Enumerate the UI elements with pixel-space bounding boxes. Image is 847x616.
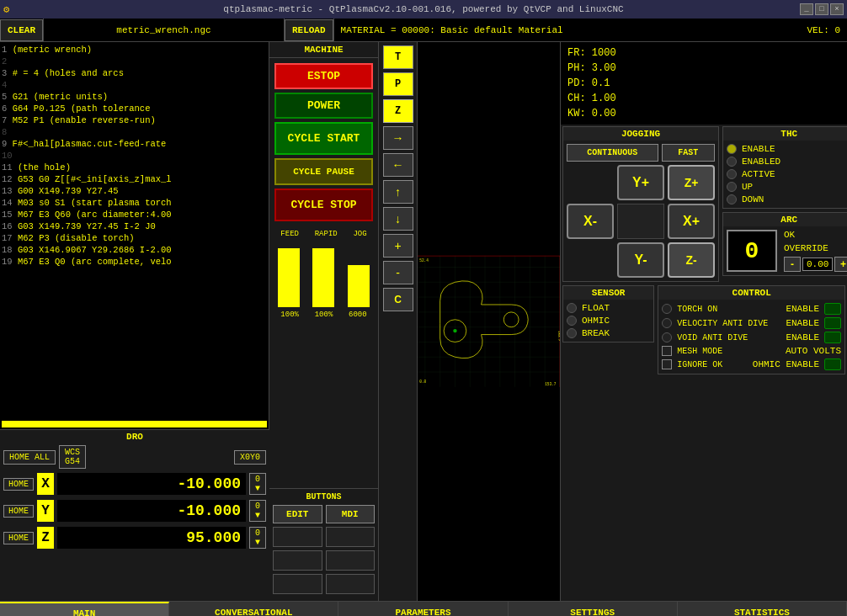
tab-conversational[interactable]: CONVERSATIONAL	[169, 602, 338, 616]
float-led	[567, 303, 577, 313]
rapid-bar	[312, 248, 334, 307]
void-led	[662, 332, 672, 343]
arc-minus-button[interactable]: -	[784, 257, 801, 272]
torch-enable-toggle[interactable]	[824, 303, 841, 315]
jogging-header: JOGGING	[563, 127, 718, 141]
estop-button[interactable]: ESTOP	[274, 63, 373, 89]
continuous-button[interactable]: CONTINUOUS	[567, 144, 658, 162]
z-zero-button[interactable]: 0▼	[249, 527, 266, 549]
t-button[interactable]: T	[383, 45, 413, 69]
home-x-button[interactable]: HOME	[3, 478, 34, 491]
c-button[interactable]: C	[383, 288, 413, 311]
thc-enable-label: ENABLE	[742, 144, 775, 154]
ohmic-led	[567, 316, 577, 326]
mesh-row: MESH MODE AUTO VOLTS	[662, 346, 841, 356]
empty-button-2[interactable]	[326, 527, 376, 547]
left-arrow-button[interactable]: ←	[383, 153, 413, 177]
z-axis-value: 95.000	[57, 527, 246, 549]
feed-labels: FEED RAPID JOG	[273, 230, 375, 238]
code-line: 18 G03 X146.9067 Y29.2686 I-2.00	[2, 244, 267, 256]
thc-down-row: DOWN	[727, 194, 847, 204]
minus-button[interactable]: -	[383, 261, 413, 284]
edit-button[interactable]: EDIT	[273, 505, 322, 523]
empty-button-3[interactable]	[273, 550, 322, 571]
z-plus-button[interactable]: Z+	[668, 165, 715, 200]
cycle-stop-button[interactable]: CYCLE STOP	[274, 189, 373, 221]
thc-arc-col: THC ENABLE ENABLED	[721, 125, 847, 284]
mesh-checkbox[interactable]	[662, 346, 672, 356]
thc-content: ENABLE ENABLED ACTIVE	[723, 141, 847, 208]
wcs-button[interactable]: WCSG54	[59, 445, 86, 469]
arc-ok-row: OK	[784, 230, 847, 240]
thc-up-label: UP	[742, 182, 753, 192]
ohmic-enable-toggle[interactable]	[824, 358, 841, 370]
z-minus-button[interactable]: Z-	[668, 242, 715, 278]
arc-header: ARC	[723, 213, 847, 226]
code-line: 11 (the hole)	[2, 162, 267, 173]
arc-value-display: 0	[727, 230, 777, 272]
code-line: 8	[2, 126, 267, 138]
empty-button-6[interactable]	[326, 574, 376, 594]
void-label: VOID ANTI DIVE	[677, 333, 780, 343]
home-all-button[interactable]: HOME ALL	[3, 450, 56, 465]
home-y-button[interactable]: HOME	[3, 505, 34, 518]
home-z-button[interactable]: HOME	[3, 532, 34, 544]
fast-button[interactable]: FAST	[662, 144, 715, 162]
y-axis-value: -10.000	[57, 500, 246, 522]
x-plus-button[interactable]: X+	[668, 204, 715, 239]
cycle-start-button[interactable]: CYCLE START	[274, 122, 373, 155]
void-enable-toggle[interactable]	[824, 332, 841, 343]
float-label: FLOAT	[582, 303, 610, 313]
maximize-button[interactable]: □	[815, 3, 828, 15]
code-content[interactable]: 1 (metric wrench)2 3 # = 4 (holes and ar…	[0, 42, 269, 419]
tab-main[interactable]: MAIN	[0, 602, 169, 616]
buttons-section: BUTTONS EDIT MDI	[269, 488, 378, 601]
fr-value: FR: 1000	[567, 45, 840, 61]
preview-panel: 153.7 52.4 0.0 153.7	[418, 42, 561, 601]
up-arrow-button[interactable]: ↑	[383, 180, 413, 204]
kw-value: KW: 0.00	[567, 106, 840, 121]
empty-button-1[interactable]	[273, 527, 322, 547]
mdi-button[interactable]: MDI	[326, 505, 376, 523]
code-line: 1 (metric wrench)	[2, 44, 267, 56]
x-minus-button[interactable]: X-	[567, 204, 614, 239]
velocity-enable-toggle[interactable]	[824, 317, 841, 329]
params-display: FR: 1000 PH: 3.00 PD: 0.1 CH: 1.00 KW: 0…	[561, 42, 847, 125]
cycle-pause-button[interactable]: CYCLE PAUSE	[274, 158, 373, 185]
down-arrow-button[interactable]: ↓	[383, 207, 413, 231]
x0y0-button[interactable]: X0Y0	[234, 450, 266, 465]
x-axis-label: X	[37, 473, 54, 495]
minimize-button[interactable]: _	[800, 3, 813, 15]
x-zero-button[interactable]: 0▼	[249, 473, 266, 495]
power-button[interactable]: POWER	[274, 93, 373, 119]
close-button[interactable]: ×	[830, 3, 844, 15]
clear-button[interactable]: CLEAR	[0, 19, 43, 41]
plus-button[interactable]: +	[383, 234, 413, 258]
window-title: qtplasmac-metric - QtPlasmaCv2.10-001.01…	[223, 4, 623, 14]
code-line: 10	[2, 150, 267, 162]
tab-settings[interactable]: SETTINGS	[509, 602, 678, 616]
empty-button-5[interactable]	[273, 574, 322, 594]
control-header: CONTROL	[658, 286, 844, 300]
y-zero-button[interactable]: 0▼	[249, 500, 266, 522]
code-line: 2	[2, 56, 267, 67]
empty-button-4[interactable]	[326, 550, 376, 571]
material-display: MATERIAL = 00000: Basic default Material	[334, 25, 801, 35]
right-arrow-button[interactable]: →	[383, 126, 413, 150]
dro-top-row: HOME ALL WCSG54 X0Y0	[0, 443, 269, 470]
p-button[interactable]: P	[383, 72, 413, 96]
arc-plus-button[interactable]: +	[834, 257, 847, 272]
ignore-ok-checkbox[interactable]	[662, 359, 672, 369]
x-axis-value: -10.000	[57, 473, 246, 495]
tab-statistics[interactable]: STATISTICS	[678, 602, 847, 616]
y-plus-button[interactable]: Y+	[617, 165, 664, 200]
window-controls: _ □ ×	[800, 3, 844, 15]
y-minus-button[interactable]: Y-	[617, 242, 664, 278]
tab-parameters[interactable]: PARAMETERS	[338, 602, 508, 616]
sensor-float-row: FLOAT	[567, 303, 650, 313]
sensor-ohmic-row: OHMIC	[567, 316, 650, 326]
reload-button[interactable]: RELOAD	[285, 19, 333, 41]
code-scrollbar[interactable]	[2, 421, 267, 427]
machine-buttons: ESTOP POWER CYCLE START CYCLE PAUSE CYCL…	[269, 58, 378, 226]
z-button[interactable]: Z	[383, 99, 413, 123]
